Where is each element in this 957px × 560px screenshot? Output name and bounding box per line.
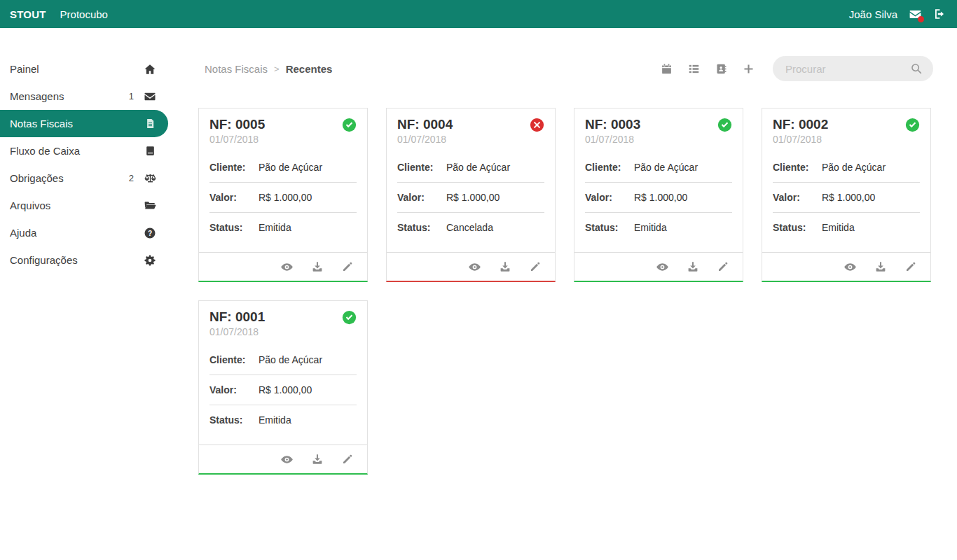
sidebar-item-fluxo-de-caixa[interactable]: Fluxo de Caixa (0, 137, 168, 164)
folder-open-icon (143, 199, 157, 212)
signout-icon[interactable] (933, 8, 946, 20)
invoice-card[interactable]: NF: 0005 01/07/2018 Cliente:Pão de Açúca… (198, 108, 368, 282)
field-cliente: Cliente:Pão de Açúcar (209, 153, 357, 183)
times-circle-icon (530, 118, 544, 132)
field-cliente: Cliente:Pão de Açúcar (773, 153, 920, 183)
field-status: Status:Cancelada (397, 213, 544, 242)
field-label: Valor: (397, 192, 446, 203)
invoice-number: NF: 0001 (209, 309, 265, 325)
edit-icon[interactable] (341, 453, 354, 465)
field-status: Status:Emitida (209, 213, 357, 242)
field-label: Status: (209, 222, 259, 233)
invoice-icon (143, 118, 157, 130)
field-label: Cliente: (397, 162, 446, 173)
check-circle-icon (342, 118, 357, 132)
field-cliente: Cliente:Pão de Açúcar (397, 153, 544, 183)
field-label: Valor: (773, 192, 822, 203)
download-icon[interactable] (499, 260, 511, 273)
field-value: R$ 1.000,00 (446, 192, 500, 203)
sidebar-item-label: Painel (10, 63, 39, 75)
card-actions (199, 252, 367, 281)
sidebar-item-mensagens[interactable]: Mensagens 1 (0, 83, 168, 110)
address-book-icon[interactable] (715, 63, 727, 75)
card-actions (387, 252, 555, 281)
download-icon[interactable] (874, 260, 887, 273)
edit-icon[interactable] (529, 260, 542, 273)
invoice-card[interactable]: NF: 0003 01/07/2018 Cliente:Pão de Açúca… (574, 108, 743, 282)
field-value: Pão de Açúcar (259, 354, 322, 365)
field-value: Pão de Açúcar (446, 162, 510, 173)
card-actions (574, 252, 743, 281)
field-value: Emitida (259, 222, 291, 233)
check-circle-icon (342, 310, 357, 325)
sidebar-item-label: Ajuda (10, 227, 36, 239)
add-icon[interactable] (743, 63, 755, 75)
unread-count-badge: 1 (129, 91, 134, 102)
sidebar-item-notas-fiscais[interactable]: Notas Fiscais (0, 110, 168, 137)
sidebar: Painel Mensagens 1 Notas Fiscais Fluxo d… (0, 28, 168, 274)
view-icon[interactable] (468, 260, 481, 274)
download-icon[interactable] (311, 453, 324, 465)
field-label: Cliente: (209, 162, 259, 173)
list-icon[interactable] (688, 63, 700, 75)
edit-icon[interactable] (341, 260, 354, 273)
card-header: NF: 0005 (199, 116, 367, 132)
invoice-fields: Cliente:Pão de Açúcar Valor:R$ 1.000,00 … (209, 345, 357, 435)
breadcrumb-parent[interactable]: Notas Fiscais (205, 63, 268, 75)
edit-icon[interactable] (717, 260, 729, 273)
field-value: Emitida (822, 222, 855, 233)
sidebar-item-label: Arquivos (10, 200, 50, 211)
question-circle-icon: ? (143, 227, 157, 239)
calendar-icon[interactable] (661, 63, 673, 75)
invoice-card[interactable]: NF: 0001 01/07/2018 Cliente:Pão de Açúca… (198, 300, 368, 475)
card-actions (199, 444, 367, 473)
field-cliente: Cliente:Pão de Açúcar (209, 345, 357, 375)
field-label: Cliente: (209, 354, 259, 365)
sidebar-item-obrigacoes[interactable]: Obrigações 2 (0, 164, 168, 192)
balance-scale-icon (143, 172, 157, 185)
view-icon[interactable] (280, 453, 294, 466)
view-icon[interactable] (844, 260, 857, 274)
app-name[interactable]: Protocubo (60, 8, 108, 20)
count-badge: 2 (129, 173, 134, 183)
sidebar-item-arquivos[interactable]: Arquivos (0, 192, 168, 219)
invoice-date: 01/07/2018 (199, 133, 367, 146)
download-icon[interactable] (311, 260, 324, 273)
invoice-date: 01/07/2018 (574, 133, 743, 146)
field-cliente: Cliente:Pão de Açúcar (585, 153, 732, 183)
field-label: Status: (209, 414, 259, 426)
user-name[interactable]: João Silva (849, 8, 897, 20)
view-icon[interactable] (656, 260, 669, 274)
card-header: NF: 0002 (762, 116, 930, 132)
field-label: Valor: (585, 192, 634, 203)
field-value: R$ 1.000,00 (822, 192, 875, 203)
field-status: Status:Emitida (209, 405, 357, 435)
download-icon[interactable] (687, 260, 699, 273)
field-value: Emitida (634, 222, 667, 233)
field-label: Status: (397, 222, 446, 233)
content-header: Notas Fiscais > Recentes (198, 56, 933, 81)
field-valor: Valor:R$ 1.000,00 (773, 183, 920, 213)
field-label: Valor: (209, 192, 259, 203)
sidebar-item-label: Obrigações (10, 172, 64, 184)
invoice-card[interactable]: NF: 0002 01/07/2018 Cliente:Pão de Açúca… (762, 108, 931, 282)
search-input[interactable] (773, 56, 933, 81)
search-icon[interactable] (910, 62, 923, 75)
breadcrumb-current: Recentes (286, 63, 333, 75)
invoice-fields: Cliente:Pão de Açúcar Valor:R$ 1.000,00 … (585, 153, 732, 242)
invoice-date: 01/07/2018 (199, 326, 367, 338)
edit-icon[interactable] (904, 260, 917, 273)
sidebar-item-configuracoes[interactable]: Configurações (0, 246, 168, 274)
check-circle-icon (905, 118, 920, 132)
breadcrumb: Notas Fiscais > Recentes (205, 63, 332, 75)
field-value: R$ 1.000,00 (259, 192, 312, 203)
mail-icon[interactable] (909, 8, 922, 21)
view-icon[interactable] (280, 260, 294, 274)
sidebar-item-ajuda[interactable]: Ajuda ? (0, 219, 168, 246)
invoice-card-grid: NF: 0005 01/07/2018 Cliente:Pão de Açúca… (198, 108, 933, 475)
field-label: Status: (585, 222, 634, 233)
sidebar-item-painel[interactable]: Painel (0, 55, 168, 83)
home-icon (143, 63, 157, 76)
brand-logo[interactable]: STOUT (10, 8, 46, 20)
invoice-card[interactable]: NF: 0004 01/07/2018 Cliente:Pão de Açúca… (386, 108, 556, 282)
